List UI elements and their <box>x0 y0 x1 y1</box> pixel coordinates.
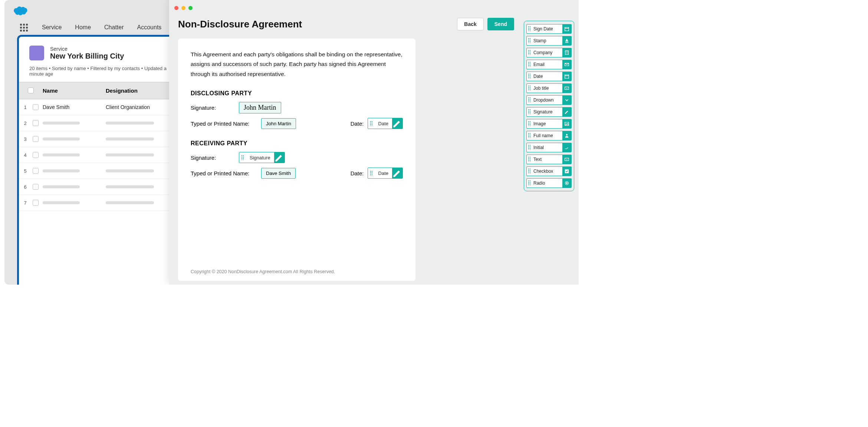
palette-label: Company <box>532 50 562 55</box>
row-checkbox[interactable] <box>33 184 39 190</box>
disclosing-name-input[interactable]: John Martin <box>261 118 296 129</box>
table-body: 1 Dave Smith Client Organization2 3 4 5 … <box>19 99 170 211</box>
row-checkbox[interactable] <box>33 152 39 158</box>
receiving-signature-label: Signature: <box>191 155 239 161</box>
palette-label: Stamp <box>532 38 562 43</box>
svg-rect-3 <box>566 52 566 52</box>
table-row[interactable]: 1 Dave Smith Client Organization <box>19 99 170 115</box>
palette-field-job-title[interactable]: Job title A <box>526 83 572 93</box>
document-body: This Agreement and each party's obligati… <box>178 39 415 281</box>
back-button[interactable]: Back <box>457 18 483 30</box>
palette-field-text[interactable]: Text A <box>526 155 572 164</box>
row-checkbox[interactable] <box>33 200 39 206</box>
receiving-date-label: Date: <box>351 170 364 176</box>
palette-label: Image <box>532 121 562 126</box>
column-designation[interactable]: Designation <box>106 87 170 94</box>
skeleton <box>43 138 80 140</box>
row-checkbox[interactable] <box>33 136 39 142</box>
table-row[interactable]: 4 <box>19 147 170 163</box>
disclosing-signature[interactable]: John Martin <box>239 102 281 113</box>
palette-field-company[interactable]: Company <box>526 48 572 57</box>
textbox-icon: A <box>562 84 571 93</box>
table-row[interactable]: 7 <box>19 195 170 211</box>
calendar-icon <box>562 72 571 81</box>
column-name[interactable]: Name <box>43 87 106 94</box>
app-launcher-icon[interactable] <box>20 24 28 32</box>
skeleton <box>106 169 154 172</box>
table-row[interactable]: 2 <box>19 115 170 131</box>
grip-icon <box>527 85 532 91</box>
palette-field-signature[interactable]: Signature <box>526 107 572 117</box>
row-number: 2 <box>19 120 29 126</box>
table-header: Name Designation <box>19 82 170 99</box>
grip-icon <box>527 168 532 174</box>
row-number: 4 <box>19 152 29 158</box>
receiving-signature-field[interactable]: Signature <box>239 152 285 163</box>
row-designation: Client Organization <box>106 104 170 110</box>
grip-icon <box>527 62 532 67</box>
palette-field-dropdown[interactable]: Dropdown <box>526 95 572 105</box>
row-checkbox[interactable] <box>33 120 39 126</box>
table-row[interactable]: 3 <box>19 131 170 147</box>
grip-icon <box>527 133 532 139</box>
page-title: New York Billing City <box>50 52 124 60</box>
receiving-name-label: Typed or Printed Name: <box>191 170 261 176</box>
close-icon[interactable] <box>174 6 178 10</box>
svg-rect-6 <box>567 53 568 53</box>
palette-field-radio[interactable]: Radio <box>526 178 572 188</box>
skeleton <box>43 201 80 204</box>
palette-field-date[interactable]: Date <box>526 72 572 81</box>
palette-label: Text <box>532 157 562 162</box>
send-button[interactable]: Send <box>487 18 514 30</box>
minimize-icon[interactable] <box>181 6 185 10</box>
disclosing-signature-label: Signature: <box>191 105 239 111</box>
image-icon <box>562 119 571 128</box>
tab-chatter[interactable]: Chatter <box>101 20 126 34</box>
disclosing-name-label: Typed or Printed Name: <box>191 120 261 127</box>
calendar-icon <box>562 24 571 33</box>
palette-label: Radio <box>532 181 562 186</box>
row-checkbox[interactable] <box>33 104 39 110</box>
salesforce-logo-icon <box>13 6 28 16</box>
table-row[interactable]: 6 <box>19 179 170 195</box>
grip-icon <box>527 26 532 32</box>
grip-icon <box>527 145 532 150</box>
grip-icon <box>527 121 532 127</box>
mail-icon <box>562 60 571 69</box>
row-name: Dave Smith <box>43 104 106 110</box>
object-label: Service <box>50 46 124 52</box>
palette-label: Sign Date <box>532 26 562 32</box>
grip-icon <box>527 109 532 115</box>
skeleton <box>43 122 80 125</box>
building-icon <box>562 48 571 57</box>
palette-field-email[interactable]: Email <box>526 60 572 69</box>
pen-icon <box>274 152 285 163</box>
person-icon <box>562 131 571 140</box>
palette-field-initial[interactable]: Initial <box>526 143 572 152</box>
skeleton <box>106 201 154 204</box>
salesforce-content: Service New York Billing City 20 items •… <box>17 35 170 285</box>
list-meta: 20 items • Sorted by name • Filtered by … <box>29 60 170 77</box>
table-row[interactable]: 5 <box>19 163 170 179</box>
maximize-icon[interactable] <box>188 6 193 10</box>
select-all-checkbox[interactable] <box>28 87 34 93</box>
disclosing-date-field[interactable]: Date <box>368 118 403 129</box>
receiving-date-field[interactable]: Date <box>368 168 403 179</box>
grip-icon <box>527 180 532 186</box>
palette-field-checkbox[interactable]: Checkbox <box>526 166 572 176</box>
palette-field-stamp[interactable]: Stamp <box>526 36 572 46</box>
palette-field-image[interactable]: Image <box>526 119 572 129</box>
radio-icon <box>562 179 571 188</box>
row-checkbox[interactable] <box>33 168 39 174</box>
svg-text:A: A <box>566 87 568 90</box>
palette-field-sign-date[interactable]: Sign Date <box>526 24 572 34</box>
palette-field-full-name[interactable]: Full name <box>526 131 572 140</box>
tab-accounts[interactable]: Accounts <box>134 20 165 34</box>
tab-home[interactable]: Home <box>72 20 94 34</box>
window-controls <box>174 6 193 10</box>
grip-icon <box>527 38 532 44</box>
tab-service[interactable]: Service <box>39 20 65 34</box>
pen-icon <box>392 118 402 129</box>
receiving-name-input[interactable]: Dave Smith <box>261 168 296 179</box>
palette-label: Date <box>532 74 562 79</box>
